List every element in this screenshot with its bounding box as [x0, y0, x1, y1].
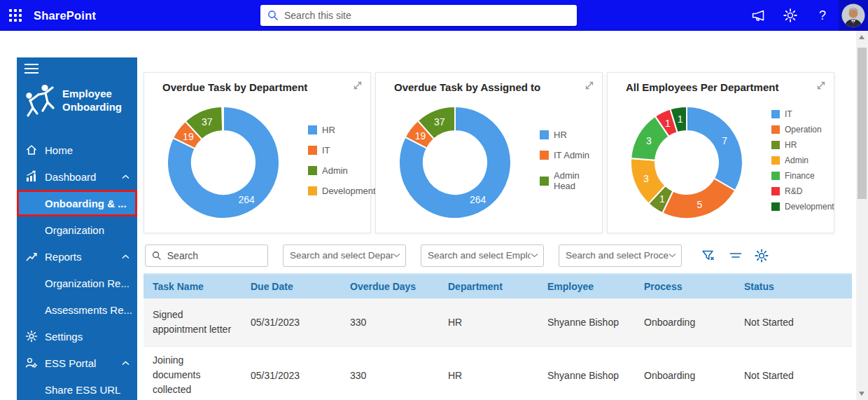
home-icon [25, 144, 38, 156]
table-settings-button[interactable] [754, 248, 769, 263]
overdue-tasks-table: Task NameDue DateOverdue DaysDepartmentE… [144, 273, 852, 400]
legend-item-Operation[interactable]: Operation [771, 125, 834, 135]
sidebar-item-organization[interactable]: Organization [17, 216, 137, 243]
sidebar-item-share-ess-url[interactable]: Share ESS URL [17, 376, 137, 400]
sidebar-item-reports[interactable]: Reports [17, 243, 137, 270]
legend-swatch [540, 130, 549, 139]
site-search-box[interactable] [260, 5, 577, 26]
announcements-button[interactable] [742, 0, 774, 31]
dropdown-placeholder: Search and select Proces [566, 250, 668, 261]
chevron-up-icon [122, 361, 130, 366]
chevron-up-icon [122, 174, 130, 179]
scroll-up-arrow[interactable] [859, 35, 864, 39]
legend-item-HR[interactable]: HR [540, 130, 602, 140]
table-cell: HR [439, 370, 538, 381]
gear-icon [754, 248, 769, 263]
table-cell: 330 [341, 370, 439, 381]
department-filter-dropdown[interactable]: Search and select Depart [283, 244, 406, 267]
column-header-process[interactable]: Process [635, 281, 735, 292]
clear-filter-button[interactable] [701, 248, 716, 263]
legend-label: IT Admin [554, 150, 589, 160]
process-filter-dropdown[interactable]: Search and select Proces [559, 244, 682, 267]
donut-slice-Development[interactable] [222, 106, 223, 131]
legend-label: Admin Head [554, 170, 602, 191]
expand-icon[interactable] [351, 79, 364, 92]
legend-item-Admin[interactable]: Admin [771, 156, 834, 165]
legend-item-HR[interactable]: HR [771, 140, 834, 150]
table-cell: Not Started [735, 370, 852, 381]
legend-swatch [540, 151, 549, 160]
sidebar-item-dashboard[interactable]: Dashboard [17, 163, 137, 190]
table-row[interactable]: Joining documents collected05/31/2023330… [144, 346, 852, 400]
legend-label: Development [785, 202, 834, 212]
donut-chart: 7513311 [613, 94, 767, 231]
table-row[interactable]: Signed appointment letter05/31/2023330HR… [144, 298, 852, 346]
expand-icon[interactable] [815, 79, 827, 92]
table-cell: 05/31/2023 [241, 317, 341, 328]
table-search-box[interactable] [145, 244, 268, 267]
legend-label: Operation [785, 125, 822, 135]
column-header-employee[interactable]: Employee [538, 281, 635, 292]
sidebar-item-label: Dashboard [45, 171, 96, 183]
legend-item-HR[interactable]: HR [308, 125, 376, 135]
column-header-overdue-days[interactable]: Overdue Days [341, 281, 439, 292]
hamburger-menu-icon[interactable] [24, 64, 137, 74]
column-header-department[interactable]: Department [439, 281, 538, 292]
dropdown-placeholder: Search and select Depart [290, 250, 393, 261]
search-icon [267, 10, 279, 21]
employee-filter-dropdown[interactable]: Search and select Emplo [421, 244, 544, 267]
sidebar-item-onboarding-dashboard[interactable]: Onboarding & ... [17, 190, 137, 216]
legend-item-Admin[interactable]: Admin [308, 165, 376, 176]
scrollbar-thumb[interactable] [858, 48, 867, 199]
column-header-task-name[interactable]: Task Name [144, 281, 241, 292]
column-header-status[interactable]: Status [735, 281, 852, 292]
legend-item-Development[interactable]: Development [308, 186, 376, 196]
chart-title: Overdue Task by Department [162, 81, 307, 93]
site-search-input[interactable] [284, 10, 570, 21]
chart-legend: HRIT AdminAdmin Head [540, 95, 602, 226]
table-filter-bar: Search and select Depart Search and sele… [144, 244, 852, 267]
sidebar-item-home[interactable]: Home [17, 137, 137, 163]
gear-icon [25, 330, 38, 343]
legend-item-Finance[interactable]: Finance [771, 171, 834, 181]
donut-slice-Operation[interactable] [662, 179, 735, 219]
chart-title: Overdue Task by Assigned to [394, 81, 540, 93]
settings-button[interactable] [774, 0, 806, 31]
sharepoint-brand-link[interactable]: SharePoint [34, 9, 96, 22]
chart-legend: ITOperationHRAdminFinanceR&DDevelopment [771, 95, 834, 226]
table-search-input[interactable] [167, 250, 261, 261]
sidebar-item-organization-reports[interactable]: Organization Re... [17, 270, 137, 296]
sidebar-item-label: Onboarding & ... [45, 198, 127, 209]
legend-item-IT[interactable]: IT [308, 145, 376, 156]
table-cell: Not Started [735, 317, 852, 328]
scroll-down-arrow[interactable] [859, 392, 864, 396]
app-launcher-waffle-icon[interactable] [0, 0, 31, 31]
legend-label: Admin [322, 165, 348, 176]
legend-item-Admin Head[interactable]: Admin Head [540, 170, 602, 191]
legend-item-R&D[interactable]: R&D [771, 186, 834, 196]
app-title: Employee Onboarding [62, 87, 122, 114]
legend-label: IT [322, 145, 330, 156]
account-menu-button[interactable] [839, 0, 868, 31]
legend-item-IT Admin[interactable]: IT Admin [540, 150, 602, 160]
legend-item-IT[interactable]: IT [771, 109, 834, 119]
sidebar-item-ess-portal[interactable]: ESS Portal [17, 350, 137, 376]
legend-swatch [771, 172, 780, 180]
legend-label: Admin [785, 156, 808, 165]
sidebar-item-assessments-reports[interactable]: Assessments Re... [17, 296, 137, 323]
gear-icon [783, 8, 798, 23]
sidebar-item-settings[interactable]: Settings [17, 323, 137, 350]
sidebar-item-label: Organization Re... [45, 277, 130, 289]
legend-item-Development[interactable]: Development [771, 202, 834, 212]
legend-swatch [540, 177, 549, 186]
filter-lines-button[interactable] [728, 248, 743, 263]
vertical-scrollbar[interactable] [856, 31, 868, 400]
column-header-due-date[interactable]: Due Date [241, 281, 341, 292]
sidebar-item-label: ESS Portal [45, 357, 96, 369]
expand-icon[interactable] [583, 79, 596, 92]
legend-label: R&D [785, 186, 802, 196]
sidebar-item-label: Reports [45, 251, 82, 263]
chevron-down-icon [393, 253, 400, 258]
help-button[interactable]: ? [806, 0, 839, 31]
search-icon [152, 250, 162, 261]
